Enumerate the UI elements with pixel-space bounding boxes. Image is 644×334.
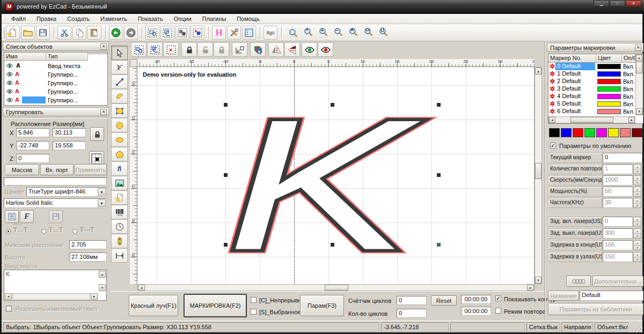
marker-row[interactable]: ✲ 6 Default Вкл.	[548, 108, 635, 115]
menu-options[interactable]: Опции	[168, 14, 196, 23]
open-file-button[interactable]	[21, 26, 35, 40]
param-button[interactable]: Парам(F3)	[300, 295, 344, 316]
marker-row[interactable]: ✲ 4 Default Вкл.	[548, 93, 635, 100]
power-field[interactable]: 50	[603, 187, 633, 197]
drawing-canvas[interactable]: Demo version-only for evaluation K K K K…	[137, 67, 535, 284]
object-row[interactable]: A Группиро...	[4, 87, 107, 96]
rename-field[interactable]	[22, 97, 46, 103]
h-scroll-track[interactable]	[12, 293, 90, 300]
x-position-field[interactable]: 5.846	[16, 128, 49, 137]
selection-handle[interactable]	[437, 243, 441, 247]
frequency-field[interactable]: 30	[603, 198, 633, 208]
rectangle-tool-button[interactable]	[111, 103, 128, 118]
visibility-eye-icon[interactable]	[6, 89, 13, 94]
laser-off-delay-field[interactable]: 300	[603, 228, 633, 239]
zoom-out-button[interactable]: −	[331, 26, 345, 40]
redo-button[interactable]	[124, 26, 138, 40]
circle-tool-button[interactable]	[111, 118, 128, 132]
selection-handle[interactable]	[331, 103, 334, 107]
undo-button[interactable]	[109, 26, 123, 40]
show-contour-checkbox[interactable]: ✓	[495, 295, 501, 301]
status-object-toggle[interactable]: Объект:Вкл	[595, 322, 628, 332]
line-tool-button[interactable]	[111, 75, 128, 89]
curve-tool-button[interactable]	[111, 89, 128, 103]
object-list-close-icon[interactable]: ✕	[100, 43, 107, 50]
power-spinner[interactable]: ▲▼	[633, 187, 641, 197]
node-edit-rotate-button[interactable]	[160, 26, 174, 40]
input-port-button[interactable]: Вх. порт	[40, 164, 74, 175]
hscroll-thumb[interactable]	[570, 117, 613, 123]
letter-object[interactable]: K K K K K	[219, 97, 450, 255]
text-style-field[interactable]	[4, 177, 107, 185]
marker-row[interactable]: ✲ 2 Default Вкл.	[548, 78, 635, 85]
polygon-tool-button[interactable]	[111, 147, 128, 161]
vscroll-thumb[interactable]	[636, 62, 642, 73]
scroll-down-icon[interactable]: ▼	[636, 108, 642, 115]
node-edit-points-button[interactable]	[191, 26, 204, 40]
image-tool-button[interactable]	[111, 176, 128, 190]
marker-row[interactable]: ✲ 3 Default Вкл.	[548, 85, 635, 93]
scroll-left-icon[interactable]: ◄	[549, 117, 555, 123]
speed-field[interactable]: 1000	[603, 175, 633, 185]
text-hatch-button[interactable]	[5, 210, 19, 223]
unlock-all-button[interactable]	[214, 42, 229, 57]
canvas-hscrollbar[interactable]: ◄ ►	[137, 284, 535, 291]
mark-params-close-icon[interactable]: ✕	[635, 44, 641, 51]
hscroll-thumb[interactable]	[325, 285, 348, 291]
palette-swatch[interactable]	[573, 128, 583, 137]
wobble-button[interactable]	[566, 276, 591, 287]
menu-plugins[interactable]: Плагины	[197, 14, 232, 23]
close-button[interactable]: ✕	[626, 0, 641, 7]
palette-swatch[interactable]	[620, 128, 631, 137]
advanced-button[interactable]: Дополнительно...	[592, 276, 643, 287]
laser-off-delay-spinner[interactable]: ▲▼	[633, 228, 641, 239]
palette-swatch[interactable]	[549, 128, 560, 137]
select-rotate-button[interactable]	[147, 42, 163, 57]
clock-tool-button[interactable]	[111, 219, 128, 234]
save-font-button[interactable]	[49, 210, 63, 223]
palette-swatch[interactable]	[596, 128, 607, 137]
scroll-up-icon[interactable]: ▲	[535, 68, 541, 75]
zoom-page-button[interactable]	[376, 26, 390, 40]
marker-table-hscrollbar[interactable]: ◄ ►	[548, 116, 635, 123]
menu-view[interactable]: Показать	[133, 14, 169, 23]
cut-button[interactable]	[57, 26, 71, 40]
vscroll-thumb[interactable]	[535, 163, 541, 179]
repeat-mode-checkbox[interactable]	[495, 308, 501, 314]
layers-select-button[interactable]	[250, 42, 266, 57]
aspect-lock-button[interactable]	[90, 127, 104, 141]
radio-auto-spacing[interactable]	[6, 229, 11, 234]
kerning-tool-button[interactable]	[111, 248, 128, 263]
object-row-selected[interactable]: A Группиро...	[4, 96, 107, 105]
zoom-move-button[interactable]: +	[301, 26, 315, 40]
menu-file[interactable]: Файл	[6, 14, 31, 23]
zoom-selection-button[interactable]	[361, 26, 375, 40]
scroll-up-icon[interactable]: ▲	[99, 271, 106, 278]
node-edit-rect-button[interactable]	[145, 26, 159, 40]
corner-delay-spinner[interactable]: ▲▼	[633, 252, 641, 262]
selection-handle[interactable]	[224, 173, 228, 177]
zoom-window-button[interactable]	[286, 26, 300, 40]
selected-checkbox[interactable]	[251, 309, 257, 315]
red-beam-button[interactable]: Красный луч(F1)	[129, 295, 178, 316]
visibility-eye-icon[interactable]	[6, 72, 13, 77]
end-delay-field[interactable]: 100	[603, 240, 633, 250]
title-bar[interactable]: M powered by EzCad - Безымянный ▁ □ ✕	[2, 0, 644, 14]
text-height-field[interactable]: 27.108мм	[69, 253, 107, 262]
chevron-down-icon[interactable]: ▼	[98, 188, 106, 196]
ellipse-tool-button[interactable]	[111, 132, 128, 147]
canvas-vscrollbar[interactable]: ▲ ▼	[535, 67, 542, 284]
scroll-down-icon[interactable]: ▼	[99, 284, 106, 291]
current-marker-field[interactable]: 0	[603, 153, 642, 163]
corner-delay-field[interactable]: 150	[603, 252, 633, 262]
scroll-right-icon[interactable]: ►	[527, 285, 534, 291]
radio-char-spacing[interactable]	[41, 229, 46, 234]
chevron-down-icon[interactable]: ▼	[98, 199, 106, 207]
repeat-count-field[interactable]: 1	[603, 164, 633, 174]
node-edit-tool-button[interactable]	[111, 60, 128, 75]
visibility-eye-icon[interactable]	[6, 80, 13, 85]
object-row[interactable]: A Группиро...	[4, 70, 107, 79]
menu-modify[interactable]: Изменить	[95, 14, 133, 23]
palette-swatch[interactable]	[561, 128, 572, 137]
menu-draw[interactable]: Создать	[62, 14, 95, 23]
